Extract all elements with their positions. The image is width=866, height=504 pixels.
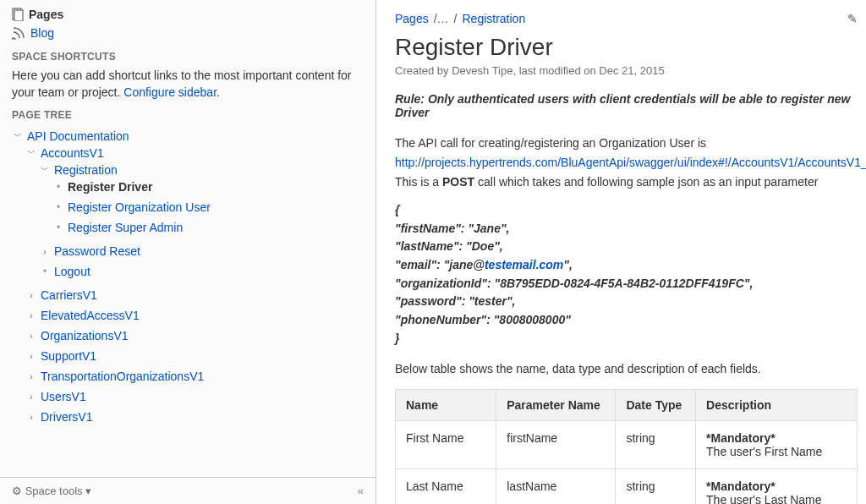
bullet-icon: • [52, 222, 64, 233]
table-row: Last Name lastName string *Mandatory*The… [396, 468, 858, 504]
json-sample: { "firstName": "Jane", "lastName": "Doe"… [395, 201, 858, 348]
tree-link[interactable]: API Documentation [27, 129, 129, 143]
api-url-line: http://projects.hypertrends.com/BluAgent… [395, 154, 858, 172]
page-title: Register Driver [395, 34, 858, 61]
chevron-right-icon[interactable]: › [25, 311, 37, 320]
sidebar: Pages Blog SPACE SHORTCUTS Here you can … [0, 0, 376, 504]
main-content: Pages /… / Registration ✎ Register Drive… [376, 0, 866, 504]
pages-icon [12, 8, 24, 21]
tree-link[interactable]: SupportV1 [41, 349, 96, 363]
tree-item-transportation[interactable]: ›TransportationOrganizationsV1 [25, 370, 365, 383]
tree-item-support[interactable]: ›SupportV1 [25, 349, 365, 363]
tree-item-elevated[interactable]: ›ElevatedAccessV1 [25, 309, 365, 322]
tree-item-register-org-user[interactable]: •Register Organization User [52, 200, 365, 214]
space-tools-button[interactable]: ⚙ Space tools ▾ [12, 485, 91, 497]
tree-link[interactable]: OrganizationsV1 [41, 329, 129, 342]
table-row: First Name firstName string *Mandatory*T… [396, 420, 858, 468]
bullet-icon: • [52, 181, 64, 193]
shortcuts-header: SPACE SHORTCUTS [12, 51, 365, 63]
tree-link[interactable]: AccountsV1 [41, 146, 104, 160]
chevron-right-icon[interactable]: › [25, 413, 37, 422]
pages-label: Pages [29, 8, 63, 21]
tree-item-drivers[interactable]: ›DriversV1 [25, 410, 365, 424]
collapse-sidebar-button[interactable]: « [358, 485, 364, 497]
bullet-icon: • [39, 266, 51, 277]
tree-item-register-super-admin[interactable]: •Register Super Admin [52, 221, 365, 234]
tree-item-api-documentation[interactable]: ﹀ API Documentation [12, 129, 365, 143]
tree-link[interactable]: CarriersV1 [41, 288, 97, 302]
rss-icon [12, 26, 25, 40]
configure-sidebar-link[interactable]: Configure sidebar [123, 85, 216, 99]
intro-line2: This is a POST call which takes and foll… [395, 173, 858, 191]
th-name: Name [396, 389, 496, 420]
sidebar-content: Pages Blog SPACE SHORTCUTS Here you can … [0, 0, 375, 477]
tree-item-password-reset[interactable]: ›Password Reset [39, 244, 365, 258]
chevron-right-icon[interactable]: › [25, 372, 37, 381]
breadcrumb: Pages /… / Registration ✎ [395, 12, 858, 25]
breadcrumb-sep: /… [434, 12, 449, 25]
breadcrumb-registration[interactable]: Registration [462, 12, 525, 25]
fields-table: Name Parameter Name Date Type Descriptio… [395, 389, 858, 505]
page-tree: ﹀ API Documentation ﹀ AccountsV1 ﹀ [12, 126, 365, 430]
bullet-icon: • [52, 201, 64, 213]
blog-link[interactable]: Blog [30, 26, 54, 40]
tree-item-register-driver[interactable]: •Register Driver [52, 180, 365, 194]
tree-link[interactable]: TransportationOrganizationsV1 [41, 370, 204, 383]
nav-pages[interactable]: Pages [12, 5, 365, 24]
tree-current: Register Driver [68, 180, 152, 194]
rule-text: Rule: Only authenticated users with clie… [395, 92, 858, 119]
tree-item-organizations[interactable]: ›OrganizationsV1 [25, 329, 365, 342]
tree-link[interactable]: DriversV1 [41, 410, 92, 424]
chevron-down-icon[interactable]: ﹀ [12, 130, 24, 142]
th-param: Parameter Name [496, 389, 616, 420]
tree-link[interactable]: Register Organization User [68, 200, 211, 214]
table-header-row: Name Parameter Name Date Type Descriptio… [396, 389, 858, 420]
tree-item-accounts[interactable]: ﹀ AccountsV1 [25, 146, 365, 160]
breadcrumb-pages[interactable]: Pages [395, 12, 429, 25]
table-intro: Below table shows the name, data type an… [395, 362, 858, 375]
th-type: Date Type [616, 389, 696, 420]
api-url-link[interactable]: http://projects.hypertrends.com/BluAgent… [395, 156, 866, 169]
http-method: POST [442, 175, 474, 189]
space-tools-label: Space tools [25, 485, 83, 497]
tree-link[interactable]: Logout [54, 265, 90, 278]
tree-link[interactable]: UsersV1 [41, 390, 86, 403]
th-desc: Description [696, 389, 858, 420]
gear-icon: ⚙ [12, 485, 22, 497]
chevron-right-icon[interactable]: › [25, 392, 37, 402]
tree-item-logout[interactable]: •Logout [39, 265, 365, 278]
caret-down-icon: ▾ [85, 485, 91, 497]
page-byline: Created by Devesh Tipe, last modified on… [395, 64, 858, 77]
email-domain-link[interactable]: testemail.com [485, 258, 563, 271]
tree-link[interactable]: ElevatedAccessV1 [41, 309, 140, 322]
breadcrumb-sep2: / [454, 12, 458, 25]
shortcuts-help: Here you can add shortcut links to the m… [12, 68, 365, 101]
tree-link[interactable]: Register Super Admin [68, 221, 183, 234]
chevron-right-icon[interactable]: › [25, 352, 37, 361]
edit-icon[interactable]: ✎ [847, 12, 858, 25]
chevron-right-icon[interactable]: › [25, 331, 37, 341]
tree-link[interactable]: Registration [54, 163, 118, 177]
chevron-right-icon[interactable]: › [25, 291, 37, 300]
intro-line1: The API call for creating/registering an… [395, 134, 858, 152]
nav-blog[interactable]: Blog [12, 24, 365, 42]
tree-link[interactable]: Password Reset [54, 244, 140, 258]
chevron-down-icon[interactable]: ﹀ [25, 147, 37, 159]
chevron-down-icon[interactable]: ﹀ [39, 164, 51, 176]
tree-item-carriers[interactable]: ›CarriersV1 [25, 288, 365, 302]
page-tree-header: PAGE TREE [12, 109, 365, 121]
tree-item-users[interactable]: ›UsersV1 [25, 390, 365, 403]
chevron-right-icon[interactable]: › [39, 247, 51, 256]
tree-item-registration[interactable]: ﹀ Registration [39, 163, 365, 177]
sidebar-footer: ⚙ Space tools ▾ « [0, 477, 375, 504]
svg-rect-1 [14, 10, 23, 21]
